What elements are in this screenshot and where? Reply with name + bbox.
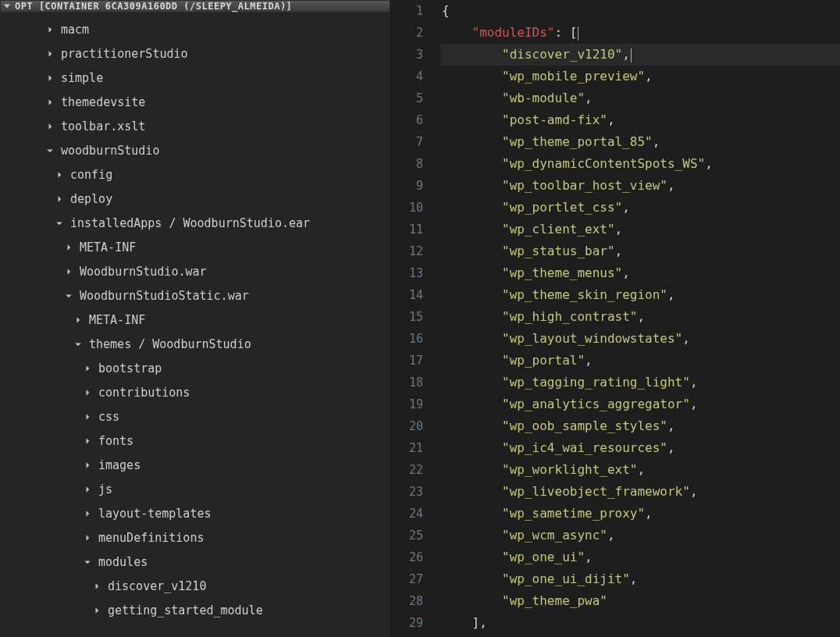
code-line[interactable]: "wp_sametime_proxy", — [440, 503, 840, 525]
tree-item[interactable]: discover_v1210 — [0, 574, 390, 598]
tree-item[interactable]: contributions — [0, 380, 390, 404]
code-line[interactable]: ], — [440, 612, 840, 634]
chevron-right-icon[interactable] — [81, 459, 94, 472]
tree-item[interactable]: fonts — [0, 429, 390, 453]
code-line[interactable]: "wp_one_ui_dijit", — [440, 568, 840, 590]
tree-item[interactable]: toolbar.xslt — [0, 114, 390, 138]
chevron-down-icon[interactable] — [44, 144, 56, 157]
code-line[interactable]: "wp_worklight_ext", — [440, 459, 840, 481]
code-line[interactable]: "wp_client_ext", — [440, 219, 840, 240]
json-string: "wp_high_contrast" — [502, 309, 637, 324]
line-number: 5 — [390, 87, 440, 109]
tree-item[interactable]: images — [0, 453, 390, 477]
tree-item[interactable]: WoodburnStudio.war — [0, 259, 390, 283]
code-line[interactable]: "wp_portlet_css", — [440, 197, 840, 219]
chevron-right-icon[interactable] — [91, 580, 103, 593]
file-explorer-sidebar: OPT [CONTAINER 6CA309A160DD (/SLEEPY_ALM… — [0, 0, 390, 637]
tree-item[interactable]: modules — [0, 550, 390, 574]
app-root: OPT [CONTAINER 6CA309A160DD (/SLEEPY_ALM… — [0, 0, 840, 637]
tree-item[interactable]: menuDefinitions — [0, 525, 390, 550]
chevron-right-icon[interactable] — [62, 241, 75, 254]
code-line[interactable]: "wp_theme_skin_region", — [440, 284, 840, 306]
tree-item[interactable]: simple — [0, 66, 390, 90]
code-line[interactable]: "moduleIDs": [ — [440, 22, 840, 44]
chevron-right-icon[interactable] — [44, 72, 56, 84]
json-string: "wp_sametime_proxy" — [502, 506, 645, 521]
file-tree[interactable]: macmpractitionerStudiosimplethemedevsite… — [0, 12, 390, 637]
tree-item[interactable]: META-INF — [0, 235, 390, 259]
code-line[interactable]: "wp_liveobject_framework", — [440, 481, 840, 503]
tree-item-label: META-INF — [80, 240, 136, 254]
code-line[interactable]: "wp_ic4_wai_resources", — [440, 437, 840, 459]
line-number: 22 — [390, 459, 440, 481]
chevron-right-icon[interactable] — [81, 483, 94, 496]
code-content[interactable]: { "moduleIDs": [ "discover_v1210", "wp_m… — [440, 0, 840, 637]
code-line[interactable]: "wp_high_contrast", — [440, 306, 840, 328]
line-number: 12 — [390, 240, 440, 262]
tree-item-label: simple — [61, 71, 103, 85]
tree-item[interactable]: themes / WoodburnStudio — [0, 332, 390, 356]
chevron-right-icon[interactable] — [44, 48, 56, 60]
chevron-right-icon[interactable] — [81, 386, 94, 399]
tree-item[interactable]: bootstrap — [0, 356, 390, 380]
tree-item[interactable]: js — [0, 477, 390, 501]
code-line[interactable]: "wb-module", — [440, 87, 840, 109]
chevron-right-icon[interactable] — [81, 435, 94, 447]
tree-item[interactable]: layout-templates — [0, 501, 390, 525]
tree-item[interactable]: META-INF — [0, 308, 390, 332]
code-editor[interactable]: 1234567891011121314151617181920212223242… — [390, 0, 840, 637]
line-number: 25 — [390, 525, 440, 546]
chevron-down-icon[interactable] — [72, 338, 84, 351]
tree-item[interactable]: config — [0, 162, 390, 187]
tree-item-label: WoodburnStudio.war — [80, 265, 207, 279]
chevron-right-icon[interactable] — [53, 193, 66, 205]
tree-item-label: js — [98, 482, 112, 496]
chevron-right-icon[interactable] — [81, 507, 94, 520]
code-line[interactable]: "wp_analytics_aggregator", — [440, 393, 840, 415]
code-line[interactable]: "wp_mobile_preview", — [440, 66, 840, 87]
code-line[interactable]: "wp_portal", — [440, 350, 840, 372]
chevron-right-icon[interactable] — [81, 362, 94, 375]
tree-item[interactable]: practitionerStudio — [0, 41, 390, 66]
code-line[interactable]: "post-amd-fix", — [440, 109, 840, 131]
chevron-right-icon[interactable] — [44, 120, 56, 133]
json-string: "wp_one_ui" — [502, 550, 585, 564]
code-line[interactable]: "wp_toolbar_host_view", — [440, 175, 840, 197]
tree-item[interactable]: macm — [0, 17, 390, 41]
explorer-section-header[interactable]: OPT [CONTAINER 6CA309A160DD (/SLEEPY_ALM… — [0, 0, 390, 12]
code-line[interactable]: "wp_status_bar", — [440, 240, 840, 262]
chevron-right-icon[interactable] — [44, 96, 56, 109]
tree-item[interactable]: WoodburnStudioStatic.war — [0, 283, 390, 308]
code-line[interactable]: "wp_wcm_async", — [440, 525, 840, 546]
code-line[interactable]: "wp_one_ui", — [440, 546, 840, 568]
code-line[interactable]: "wp_dynamicContentSpots_WS", — [440, 153, 840, 175]
chevron-down-icon[interactable] — [53, 217, 66, 230]
chevron-right-icon[interactable] — [62, 265, 75, 278]
tree-item[interactable]: css — [0, 404, 390, 429]
code-line[interactable]: "wp_theme_portal_85", — [440, 131, 840, 153]
tree-item[interactable]: themedevsite — [0, 90, 390, 114]
chevron-down-icon[interactable] — [81, 556, 94, 568]
code-line[interactable]: { — [440, 0, 840, 22]
json-string: "wp_ic4_wai_resources" — [502, 440, 667, 455]
chevron-right-icon[interactable] — [53, 169, 66, 181]
code-line[interactable]: "wp_oob_sample_styles", — [440, 415, 840, 437]
chevron-down-icon[interactable] — [62, 290, 75, 302]
code-line[interactable]: "wp_layout_windowstates", — [440, 328, 840, 350]
tree-item[interactable]: woodburnStudio — [0, 138, 390, 162]
chevron-right-icon[interactable] — [81, 411, 94, 423]
json-string: "wp_oob_sample_styles" — [502, 418, 667, 433]
tree-item-label: deploy — [70, 192, 112, 206]
chevron-right-icon[interactable] — [91, 604, 103, 617]
tree-item[interactable]: deploy — [0, 187, 390, 211]
code-line[interactable]: "wp_theme_menus", — [440, 262, 840, 284]
chevron-right-icon[interactable] — [72, 314, 84, 326]
code-line[interactable]: "wp_theme_pwa" — [440, 590, 840, 612]
json-string: "wp_client_ext" — [502, 222, 615, 237]
chevron-right-icon[interactable] — [81, 532, 94, 544]
tree-item[interactable]: getting_started_module — [0, 598, 390, 622]
tree-item[interactable]: installedApps / WoodburnStudio.ear — [0, 211, 390, 235]
chevron-right-icon[interactable] — [44, 23, 56, 36]
code-line[interactable]: "discover_v1210", — [440, 44, 840, 66]
code-line[interactable]: "wp_tagging_rating_light", — [440, 372, 840, 393]
